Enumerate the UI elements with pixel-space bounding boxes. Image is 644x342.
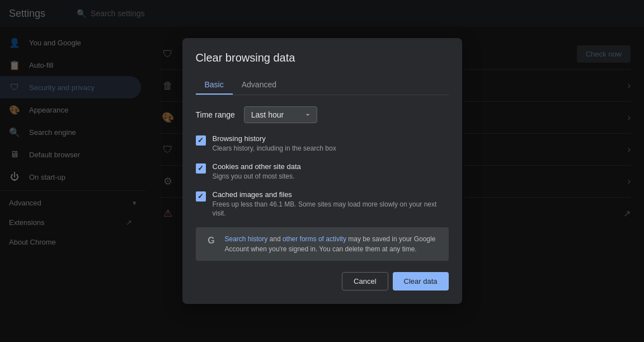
tab-basic[interactable]: Basic xyxy=(196,76,233,95)
info-text-link1[interactable]: Search history xyxy=(225,235,268,243)
checkmark-icon: ✓ xyxy=(198,136,204,144)
info-text-link2[interactable]: other forms of activity xyxy=(283,235,346,243)
time-range-label: Time range xyxy=(196,110,235,119)
checkmark-icon3: ✓ xyxy=(198,192,204,200)
checkbox-title: Browsing history xyxy=(213,134,336,143)
time-range-select[interactable]: Last hour Last 24 hours Last 7 days Last… xyxy=(244,106,317,123)
clear-browsing-dialog: Clear browsing data Basic Advanced Time … xyxy=(182,38,462,304)
modal-overlay: Clear browsing data Basic Advanced Time … xyxy=(0,0,644,342)
dialog-title: Clear browsing data xyxy=(196,51,449,64)
checkbox-desc: Clears history, including in the search … xyxy=(213,144,336,153)
dialog-tabs: Basic Advanced xyxy=(196,76,449,95)
checkbox-desc3: Frees up less than 46.1 MB. Some sites m… xyxy=(213,200,449,219)
checkbox-browsing-history: ✓ Browsing history Clears history, inclu… xyxy=(196,134,449,153)
tab-advanced[interactable]: Advanced xyxy=(233,76,285,95)
checkmark-icon2: ✓ xyxy=(198,164,204,172)
checkbox-title2: Cookies and other site data xyxy=(213,162,301,171)
info-text-middle: and xyxy=(270,235,283,243)
dialog-actions: Cancel Clear data xyxy=(196,272,449,291)
checkbox-title3: Cached images and files xyxy=(213,190,449,199)
checkbox-browsing-history-box[interactable]: ✓ xyxy=(196,135,206,146)
cancel-button[interactable]: Cancel xyxy=(342,272,388,291)
checkbox-cookies: ✓ Cookies and other site data Signs you … xyxy=(196,162,449,181)
checkbox-cached: ✓ Cached images and files Frees up less … xyxy=(196,190,449,219)
checkbox-cached-box[interactable]: ✓ xyxy=(196,191,206,202)
checkbox-cookies-box[interactable]: ✓ xyxy=(196,163,206,174)
google-g-icon: G xyxy=(205,234,218,247)
info-box: G Search history and other forms of acti… xyxy=(196,227,449,261)
clear-data-button[interactable]: Clear data xyxy=(393,272,449,291)
time-range-row: Time range Last hour Last 24 hours Last … xyxy=(196,106,449,123)
checkbox-desc2: Signs you out of most sites. xyxy=(213,172,301,181)
info-text: Search history and other forms of activi… xyxy=(225,234,440,254)
